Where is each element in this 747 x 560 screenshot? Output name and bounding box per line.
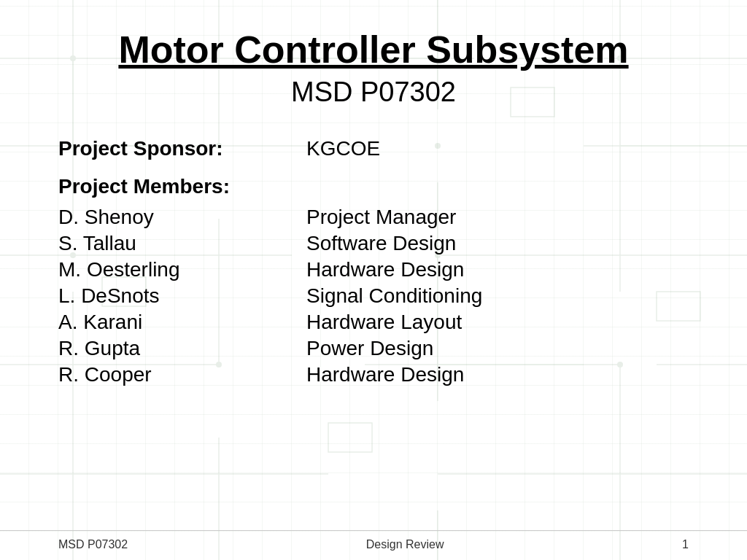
member-row: R. CooperHardware Design bbox=[58, 363, 689, 386]
member-role: Software Design bbox=[306, 232, 456, 255]
footer-left: MSD P07302 bbox=[58, 538, 128, 551]
member-name: R. Cooper bbox=[58, 363, 306, 386]
title-section: Motor Controller Subsystem MSD P07302 bbox=[58, 29, 689, 108]
member-role: Power Design bbox=[306, 337, 433, 360]
main-title: Motor Controller Subsystem bbox=[58, 29, 689, 71]
member-row: M. OesterlingHardware Design bbox=[58, 258, 689, 281]
sponsor-label: Project Sponsor: bbox=[58, 137, 306, 160]
member-row: R. GuptaPower Design bbox=[58, 337, 689, 360]
member-name: M. Oesterling bbox=[58, 258, 306, 281]
member-role: Hardware Layout bbox=[306, 311, 462, 334]
member-name: R. Gupta bbox=[58, 337, 306, 360]
member-role: Hardware Design bbox=[306, 363, 464, 386]
subtitle: MSD P07302 bbox=[58, 77, 689, 108]
member-name: L. DeSnots bbox=[58, 284, 306, 308]
sponsor-row: Project Sponsor: KGCOE bbox=[58, 137, 689, 160]
member-name: D. Shenoy bbox=[58, 206, 306, 229]
member-name: A. Karani bbox=[58, 311, 306, 334]
members-list: D. ShenoyProject ManagerS. TallauSoftwar… bbox=[58, 206, 689, 389]
sponsor-value: KGCOE bbox=[306, 137, 380, 160]
slide: Motor Controller Subsystem MSD P07302 Pr… bbox=[0, 0, 747, 560]
slide-content: Motor Controller Subsystem MSD P07302 Pr… bbox=[0, 0, 747, 560]
footer-right: 1 bbox=[682, 538, 689, 551]
member-role: Signal Conditioning bbox=[306, 284, 482, 308]
member-row: S. TallauSoftware Design bbox=[58, 232, 689, 255]
body-section: Project Sponsor: KGCOE Project Members: … bbox=[58, 137, 689, 545]
member-name: S. Tallau bbox=[58, 232, 306, 255]
member-row: D. ShenoyProject Manager bbox=[58, 206, 689, 229]
member-row: A. KaraniHardware Layout bbox=[58, 311, 689, 334]
footer-center: Design Review bbox=[366, 538, 444, 551]
member-role: Project Manager bbox=[306, 206, 456, 229]
slide-footer: MSD P07302 Design Review 1 bbox=[0, 530, 747, 560]
member-role: Hardware Design bbox=[306, 258, 464, 281]
member-row: L. DeSnotsSignal Conditioning bbox=[58, 284, 689, 308]
members-header: Project Members: bbox=[58, 175, 689, 198]
